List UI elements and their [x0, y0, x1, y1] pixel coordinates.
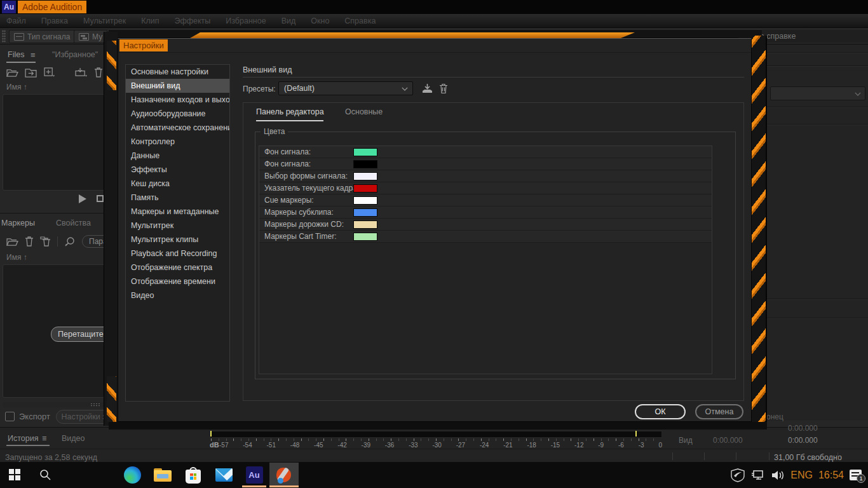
presets-dropdown[interactable]: (Default)	[278, 81, 413, 95]
category-item[interactable]: Назначение входов и выходов	[126, 93, 229, 107]
delete-all-markers-icon[interactable]	[40, 236, 51, 247]
notification-badge: 1	[857, 474, 865, 483]
taskbar-explorer-icon[interactable]	[149, 463, 177, 487]
meter-tick-label: -45	[314, 442, 323, 449]
color-swatch[interactable]	[353, 184, 377, 193]
horizontal-scrollbar[interactable]	[3, 402, 104, 407]
taskbar-active-app-icon[interactable]	[269, 463, 299, 487]
level-meter[interactable]: dB -57-54-51-48-45-42-39-36-33-30-27-24-…	[210, 430, 663, 449]
files-list-empty[interactable]	[3, 94, 111, 191]
color-swatch[interactable]	[353, 220, 377, 229]
export-checkbox[interactable]	[5, 412, 15, 421]
open-folder-icon[interactable]	[6, 237, 18, 247]
category-item[interactable]: Аудиооборудование	[126, 107, 229, 121]
menu-item[interactable]: Мультитрек	[83, 17, 126, 25]
tab-files[interactable]: Files	[8, 50, 24, 59]
taskbar-store-icon[interactable]	[179, 463, 207, 487]
color-setting-label: Маркеры Cart Timer:	[264, 231, 337, 243]
category-item[interactable]: Данные	[126, 149, 229, 163]
menu-item[interactable]: Справка	[344, 17, 376, 25]
taskbar-clock[interactable]: 16:54	[818, 470, 844, 481]
category-item[interactable]: Эффекты	[126, 163, 229, 177]
dialog-frame-top[interactable]	[109, 29, 762, 38]
category-item[interactable]: Внешний вид	[126, 79, 229, 93]
color-setting-row[interactable]: Маркеры дорожки CD:	[259, 219, 712, 231]
delete-preset-icon[interactable]	[439, 83, 448, 94]
category-item[interactable]: Контроллер	[126, 135, 229, 149]
menu-item[interactable]: Эффекты	[174, 17, 210, 25]
category-item[interactable]: Память	[126, 191, 229, 205]
batch-export-icon[interactable]	[75, 67, 88, 78]
start-button[interactable]	[9, 469, 20, 480]
stop-button[interactable]	[97, 195, 104, 202]
menu-item[interactable]: Окно	[311, 17, 329, 25]
tab-general[interactable]: Основные	[345, 107, 383, 116]
network-tray-icon[interactable]	[751, 470, 765, 481]
toolbar-grip[interactable]	[2, 30, 6, 43]
tab-properties[interactable]: Свойства	[56, 219, 91, 227]
color-setting-row[interactable]: Фон сигнала:	[259, 158, 712, 170]
category-item[interactable]: Мультитрек клипы	[126, 233, 229, 247]
category-item[interactable]: Отображение спектра	[126, 261, 229, 274]
color-setting-row[interactable]: Указатель текущего кадра:	[259, 182, 712, 194]
color-swatch[interactable]	[353, 172, 377, 180]
color-swatch[interactable]	[353, 160, 377, 168]
zoom-to-marker-icon[interactable]	[64, 236, 76, 247]
tab-editor-panel[interactable]: Панель редактора	[256, 107, 324, 116]
import-files-icon[interactable]	[25, 68, 37, 78]
taskbar-edge-icon[interactable]	[118, 463, 146, 487]
category-item[interactable]: Мультитрек	[126, 219, 229, 233]
tab-history[interactable]: История	[8, 434, 38, 443]
new-item-icon[interactable]	[44, 67, 55, 78]
save-preset-icon[interactable]	[422, 83, 433, 94]
markers-name-column-header[interactable]: Имя ↑	[6, 253, 27, 262]
color-swatch[interactable]	[353, 196, 377, 205]
menu-item[interactable]: Вид	[281, 17, 296, 25]
taskbar-mail-icon[interactable]	[210, 463, 238, 487]
meter-tick-label: -57	[219, 442, 228, 449]
open-folder-icon[interactable]	[6, 68, 18, 78]
tab-markers[interactable]: Маркеры	[1, 219, 35, 227]
category-item[interactable]: Playback and Recording	[126, 247, 229, 261]
taskbar-audition-icon[interactable]: Au	[240, 463, 268, 487]
tab-video[interactable]: Видео	[62, 434, 85, 443]
files-name-column-header[interactable]: Имя ↑	[6, 83, 27, 92]
scrollbar-grip[interactable]	[90, 403, 100, 407]
color-setting-row[interactable]: Фон сигнала:	[259, 146, 712, 158]
category-item[interactable]: Кеш диска	[126, 177, 229, 191]
color-setting-row[interactable]: Маркеры Cart Timer:	[259, 231, 712, 243]
play-button[interactable]	[79, 194, 86, 203]
category-item[interactable]: Видео	[126, 288, 229, 302]
color-swatch[interactable]	[353, 148, 377, 156]
waveform-view-button[interactable]: Тип сигнала	[9, 30, 75, 43]
files-panel-menu-icon[interactable]: ≡	[31, 50, 36, 60]
ok-button[interactable]: ОК	[635, 404, 686, 419]
color-swatch[interactable]	[353, 208, 377, 217]
category-item[interactable]: Отображение времени	[126, 274, 229, 288]
background-dropdown[interactable]	[770, 86, 865, 100]
color-setting-row[interactable]: Выбор формы сигнала:	[259, 170, 712, 182]
volume-tray-icon[interactable]	[771, 470, 785, 481]
action-center-icon[interactable]: 1	[850, 470, 862, 480]
tab-favorites[interactable]: "Избранное"	[52, 50, 98, 59]
category-item[interactable]: Основные настройки	[126, 65, 229, 79]
delete-marker-icon[interactable]	[25, 236, 34, 247]
color-swatch[interactable]	[353, 233, 377, 241]
history-panel-menu-icon[interactable]: ≡	[42, 434, 46, 443]
color-setting-row[interactable]: Cue маркеры:	[259, 194, 712, 207]
category-item[interactable]: Маркеры и метаданные	[126, 205, 229, 219]
menu-item[interactable]: Файл	[6, 17, 26, 25]
dialog-frame-chevrons	[107, 376, 116, 422]
taskbar-search-icon[interactable]	[39, 469, 51, 480]
menu-item[interactable]: Правка	[41, 17, 68, 25]
menu-item[interactable]: Избранное	[226, 17, 266, 25]
rog-tray-icon[interactable]	[730, 468, 745, 482]
color-setting-row[interactable]: Маркеры субклипа:	[259, 207, 712, 219]
screen: Au Adobe Audition ФайлПравкаМультитрекКл…	[0, 0, 868, 488]
multitrack-view-button[interactable]: Му	[74, 30, 107, 43]
menu-item[interactable]: Клип	[141, 17, 159, 25]
category-item[interactable]: Автоматическое сохранение	[126, 121, 229, 135]
cancel-button[interactable]: Отмена	[695, 404, 743, 419]
language-indicator[interactable]: ENG	[790, 470, 813, 481]
trash-icon[interactable]	[94, 67, 103, 78]
